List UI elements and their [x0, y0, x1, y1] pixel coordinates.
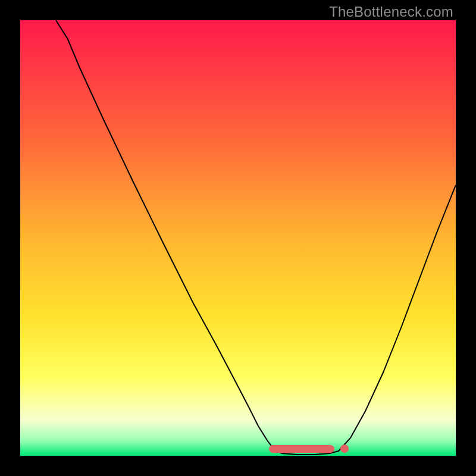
watermark-text: TheBottleneck.com: [329, 4, 453, 20]
valley-dot-mark: [340, 444, 349, 453]
curve-layer: [20, 20, 456, 456]
valley-segment-mark: [269, 445, 334, 453]
v-curve: [56, 20, 456, 455]
chart-frame: [20, 20, 456, 456]
